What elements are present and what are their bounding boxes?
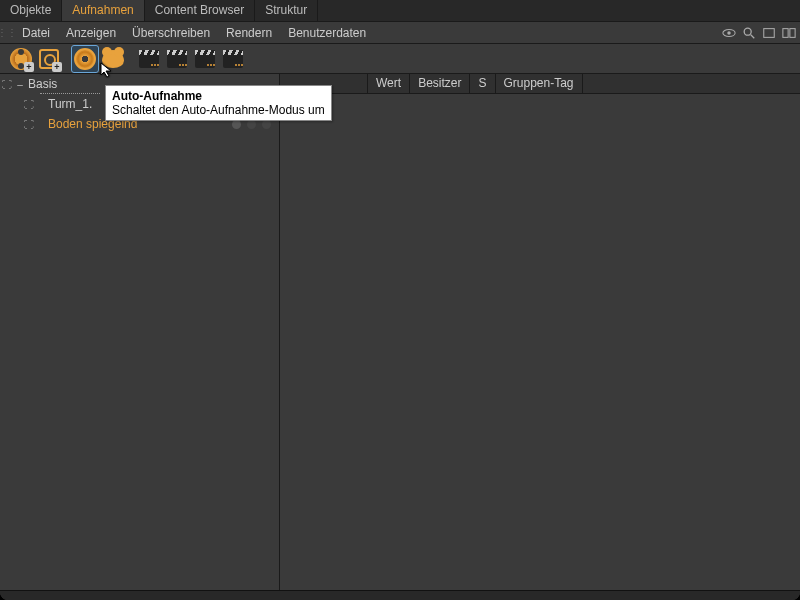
panels-icon[interactable] [782,26,796,40]
eye-icon[interactable] [722,26,736,40]
motion-clip-button-2[interactable] [164,46,190,72]
record-target-button[interactable]: + [36,46,62,72]
statusbar [0,590,800,600]
clapper-icon [167,50,187,68]
collapse-icon[interactable]: – [14,79,26,90]
tree-label: Turm_1. [36,97,92,111]
attribute-pane: Wert Besitzer S Gruppen-Tag [280,74,800,590]
svg-rect-6 [790,28,795,37]
record-keyframe-button[interactable]: + [8,46,34,72]
plus-badge-icon: + [52,62,62,72]
menu-rendern[interactable]: Rendern [218,23,280,43]
menubar: ⋮⋮ Datei Anzeigen Überschreiben Rendern … [0,22,800,44]
tooltip-body: Schaltet den Auto-Aufnahme-Modus um [112,103,325,117]
column-headers: Wert Besitzer S Gruppen-Tag [280,74,800,94]
toolbar: + + [0,44,800,74]
menu-ueberschreiben[interactable]: Überschreiben [124,23,218,43]
svg-point-2 [744,28,751,35]
clapper-icon [139,50,159,68]
motion-clip-button-3[interactable] [192,46,218,72]
svg-line-3 [751,34,755,38]
tooltip-title: Auto-Aufnahme [112,89,325,103]
fullscreen-icon: ⛶ [22,119,36,130]
window-icon[interactable] [762,26,776,40]
tree-label: Basis [26,77,57,91]
main-area: ⛶ – Basis ⛶ Turm_1. ⛶ Boden spiegelnd [0,74,800,590]
tooltip: Auto-Aufnahme Schaltet den Auto-Aufnahme… [105,85,332,121]
plus-badge-icon: + [24,62,34,72]
column-besitzer[interactable]: Besitzer [410,74,470,93]
svg-point-1 [727,31,731,35]
svg-rect-5 [783,28,788,37]
clapper-icon [195,50,215,68]
menu-datei[interactable]: Datei [14,23,58,43]
motion-clip-button-4[interactable] [220,46,246,72]
fullscreen-icon: ⛶ [22,99,36,110]
fullscreen-icon: ⛶ [0,79,14,90]
object-tree-pane: ⛶ – Basis ⛶ Turm_1. ⛶ Boden spiegelnd [0,74,280,590]
menubar-right-icons [722,26,796,40]
column-gruppen-tag[interactable]: Gruppen-Tag [496,74,583,93]
tab-objekte[interactable]: Objekte [0,0,62,21]
tab-content-browser[interactable]: Content Browser [145,0,255,21]
auto-record-button[interactable] [72,46,98,72]
svg-rect-4 [764,28,775,37]
search-icon[interactable] [742,26,756,40]
tab-aufnahmen[interactable]: Aufnahmen [62,0,144,21]
menu-benutzerdaten[interactable]: Benutzerdaten [280,23,374,43]
keyframe-selection-button[interactable] [100,46,126,72]
grip-icon[interactable]: ⋮⋮ [0,22,14,44]
panel-tabs: Objekte Aufnahmen Content Browser Strukt… [0,0,800,22]
tab-struktur[interactable]: Struktur [255,0,318,21]
motion-clip-button-1[interactable] [136,46,162,72]
clapper-icon [223,50,243,68]
auto-record-icon [74,48,96,70]
column-wert[interactable]: Wert [368,74,410,93]
column-s[interactable]: S [470,74,495,93]
menu-anzeigen[interactable]: Anzeigen [58,23,124,43]
blob-icon [102,50,124,68]
